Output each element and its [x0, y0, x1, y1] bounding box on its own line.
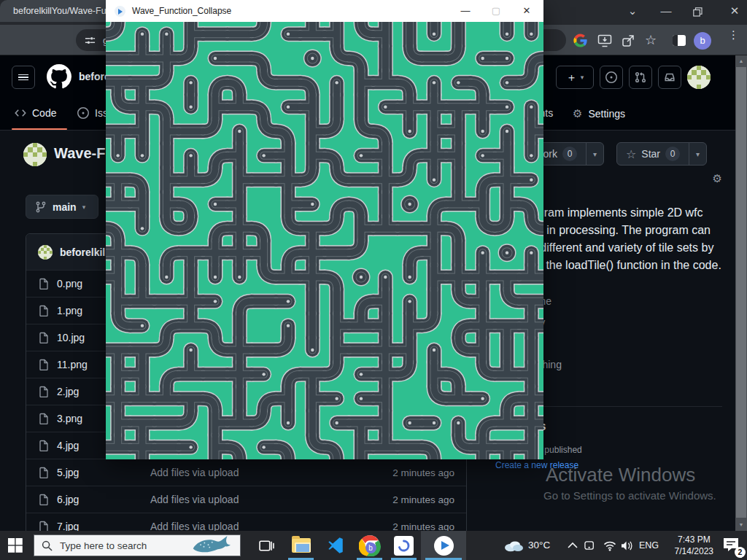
file-name[interactable]: 6.jpg — [57, 494, 143, 505]
pull-requests-icon[interactable] — [629, 66, 652, 89]
start-button[interactable] — [8, 538, 23, 553]
about-gear-icon[interactable]: ⚙ — [713, 172, 722, 185]
file-explorer-button[interactable] — [284, 531, 318, 560]
user-avatar[interactable] — [687, 66, 711, 89]
window-title: Wave_Function_Collapse — [132, 6, 231, 16]
taskbar-clock[interactable]: 7:43 PM 7/14/2023 — [675, 534, 713, 557]
weather-temp[interactable]: 30°C — [528, 540, 550, 551]
fork-dropdown[interactable]: ▾ — [586, 143, 603, 165]
scroll-up-icon[interactable]: ▲ — [735, 58, 747, 63]
language-indicator[interactable]: ENG — [639, 540, 659, 551]
browser-close-button[interactable]: ✕ — [727, 4, 742, 18]
gear-icon: ⚙ — [573, 107, 582, 120]
wfc-app-window: Wave_Function_Collapse — ▢ ✕ — [106, 0, 543, 459]
branch-selector[interactable]: main ▾ — [26, 195, 98, 219]
taskbar: Type here to search b 30°C — [0, 531, 747, 560]
vscode-button[interactable] — [318, 531, 352, 560]
file-icon — [38, 386, 50, 397]
file-icon — [38, 467, 50, 478]
fork-count: 0 — [562, 147, 577, 161]
bookmark-star-icon[interactable]: ☆ — [645, 32, 657, 48]
github-logo-icon[interactable] — [47, 64, 71, 89]
vscode-icon — [326, 536, 345, 555]
file-row[interactable]: 5.jpg Add files via upload 2 minutes ago — [26, 459, 466, 486]
star-icon: ☆ — [626, 147, 636, 161]
meet-now-icon[interactable] — [584, 540, 597, 551]
wifi-icon[interactable] — [603, 540, 617, 551]
clock-date: 7/14/2023 — [675, 545, 713, 557]
file-row[interactable]: 6.jpg Add files via upload 2 minutes ago — [26, 486, 466, 513]
star-button[interactable]: ☆ Star 0 ▾ — [616, 142, 707, 166]
chrome-profile-badge: b — [365, 542, 376, 553]
star-dropdown[interactable]: ▾ — [689, 143, 706, 165]
scroll-down-icon[interactable]: ▼ — [735, 522, 747, 527]
inbox-icon[interactable] — [658, 66, 681, 89]
repo-avatar — [23, 143, 47, 166]
commit-message[interactable]: Add files via upload — [150, 494, 385, 505]
active-tab-underline — [12, 128, 67, 130]
window-titlebar[interactable]: Wave_Function_Collapse — [106, 0, 543, 22]
file-icon — [38, 494, 50, 505]
file-icon — [38, 359, 50, 370]
sketch-icon — [115, 6, 125, 17]
file-icon — [38, 305, 50, 316]
commit-message[interactable]: Add files via upload — [150, 467, 385, 478]
pinned-app-icon — [394, 536, 414, 556]
whale-shark-image — [189, 536, 233, 555]
browser-profile-avatar[interactable]: b — [694, 32, 711, 50]
task-view-icon — [259, 538, 274, 553]
file-icon — [38, 413, 50, 424]
tray-chevron-icon[interactable] — [568, 542, 578, 548]
hamburger-menu-button[interactable] — [12, 66, 35, 89]
branch-name: main — [53, 201, 77, 213]
create-new-button[interactable]: ＋▾ — [556, 66, 594, 89]
file-icon — [38, 440, 50, 451]
star-count: 0 — [665, 147, 680, 161]
commit-time: 2 minutes ago — [392, 494, 454, 505]
processing-run-icon — [434, 536, 454, 556]
activate-windows-subtext: Go to Settings to activate Windows. — [543, 489, 716, 502]
wfc-pattern-canvas — [106, 22, 543, 459]
volume-icon[interactable] — [620, 540, 634, 551]
window-close-button[interactable]: ✕ — [514, 0, 539, 22]
commit-avatar[interactable] — [38, 245, 53, 260]
branch-caret-icon: ▾ — [82, 203, 86, 211]
google-icon[interactable] — [573, 34, 587, 47]
pinned-app-button[interactable] — [387, 531, 421, 560]
search-icon — [42, 540, 53, 551]
issues-global-icon[interactable] — [600, 66, 623, 89]
file-explorer-icon — [292, 538, 311, 553]
weather-cloud-icon[interactable] — [503, 539, 524, 552]
page-scrollbar[interactable]: ▲ ▼ — [735, 55, 747, 560]
side-panel-icon[interactable] — [673, 35, 686, 46]
browser-menu-icon[interactable]: ⋮ — [728, 32, 738, 38]
browser-minimize-button[interactable]: — — [659, 4, 673, 17]
install-icon[interactable] — [597, 34, 612, 47]
search-placeholder: Type here to search — [60, 540, 182, 551]
notification-button[interactable]: 2 — [722, 537, 741, 554]
tab-search-chevron-icon[interactable]: ⌄ — [625, 4, 640, 18]
window-minimize-button[interactable]: — — [453, 0, 478, 22]
chrome-button[interactable]: b — [352, 531, 387, 560]
tune-icon — [85, 35, 96, 46]
file-icon — [38, 332, 50, 343]
tab-settings[interactable]: ⚙ Settings — [573, 107, 625, 120]
clock-time: 7:43 PM — [675, 534, 713, 545]
share-icon[interactable] — [622, 34, 635, 47]
taskbar-search[interactable]: Type here to search — [34, 534, 241, 556]
processing-sketch-button[interactable] — [421, 531, 466, 560]
scrollbar-thumb[interactable] — [736, 67, 746, 518]
browser-restore-button[interactable] — [693, 7, 703, 17]
notification-badge: 2 — [735, 547, 746, 558]
tab-code[interactable]: Code — [15, 107, 56, 119]
file-icon — [38, 278, 50, 289]
branch-icon — [35, 201, 47, 213]
file-name[interactable]: 5.jpg — [57, 467, 143, 478]
activate-windows-watermark: Activate Windows — [546, 464, 695, 486]
desktop: beforelkillYou/Wave-Function-Collapse ⌄ … — [0, 0, 747, 560]
commit-time: 2 minutes ago — [392, 467, 454, 478]
task-view-button[interactable] — [249, 531, 284, 560]
window-maximize-button[interactable]: ▢ — [484, 0, 508, 22]
